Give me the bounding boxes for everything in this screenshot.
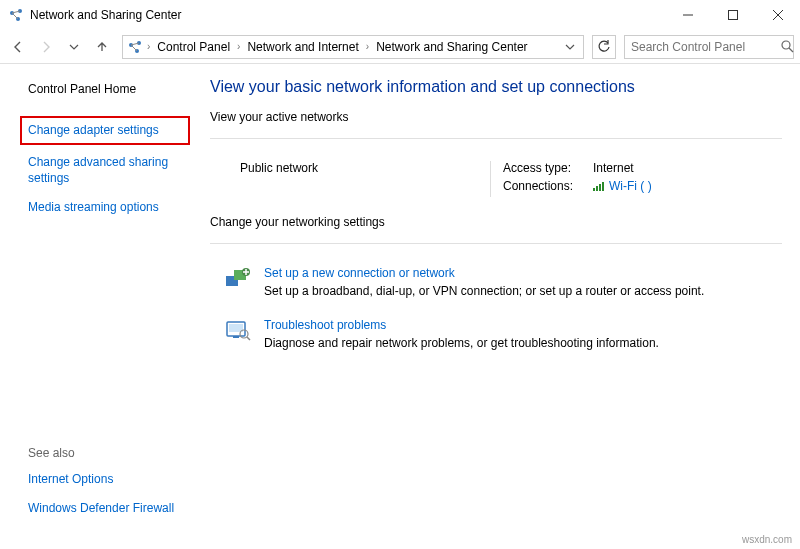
sidebar-link-change-adapter[interactable]: Change adapter settings — [20, 116, 190, 146]
chevron-right-icon[interactable]: › — [364, 41, 371, 52]
setting-desc: Diagnose and repair network problems, or… — [264, 336, 659, 350]
svg-rect-8 — [593, 188, 595, 191]
wifi-signal-icon — [593, 181, 605, 191]
setting-troubleshoot: Troubleshoot problems Diagnose and repai… — [210, 318, 782, 350]
active-networks-label: View your active networks — [210, 110, 782, 124]
svg-point-18 — [240, 330, 248, 338]
troubleshoot-icon — [224, 318, 252, 342]
address-dropdown-button[interactable] — [561, 42, 579, 52]
back-button[interactable] — [6, 35, 30, 59]
svg-rect-9 — [596, 186, 598, 191]
connections-label: Connections: — [503, 179, 585, 193]
chevron-right-icon[interactable]: › — [145, 41, 152, 52]
see-also-defender-firewall[interactable]: Windows Defender Firewall — [28, 501, 188, 517]
wifi-connection-text: Wi-Fi ( ) — [609, 179, 652, 193]
maximize-button[interactable] — [710, 0, 755, 30]
active-network-panel: Public network Access type: Internet Con… — [210, 155, 782, 215]
control-panel-home-link[interactable]: Control Panel Home — [28, 82, 188, 98]
network-name: Public network — [240, 161, 490, 175]
svg-point-7 — [782, 41, 790, 49]
sidebar-see-also: See also Internet Options Windows Defend… — [28, 446, 188, 537]
navbar: › Control Panel › Network and Internet ›… — [0, 30, 800, 64]
breadcrumb-item[interactable]: Control Panel — [154, 40, 233, 54]
refresh-button[interactable] — [592, 35, 616, 59]
network-sharing-icon — [127, 39, 143, 55]
page-heading: View your basic network information and … — [210, 78, 782, 96]
address-bar[interactable]: › Control Panel › Network and Internet ›… — [122, 35, 584, 59]
divider — [210, 243, 782, 244]
wifi-connection-link[interactable]: Wi-Fi ( ) — [593, 179, 652, 193]
watermark: wsxdn.com — [742, 534, 792, 545]
sidebar-link-advanced-sharing[interactable]: Change advanced sharing settings — [28, 155, 188, 186]
setting-new-connection: Set up a new connection or network Set u… — [210, 266, 782, 298]
sidebar-link-media-streaming[interactable]: Media streaming options — [28, 200, 188, 216]
breadcrumb-item[interactable]: Network and Internet — [244, 40, 361, 54]
network-sharing-icon — [8, 7, 24, 23]
window-title: Network and Sharing Center — [30, 8, 181, 22]
up-button[interactable] — [90, 35, 114, 59]
change-settings-label: Change your networking settings — [210, 215, 782, 229]
recent-locations-button[interactable] — [62, 35, 86, 59]
setting-desc: Set up a broadband, dial-up, or VPN conn… — [264, 284, 704, 298]
forward-button[interactable] — [34, 35, 58, 59]
access-type-value: Internet — [593, 161, 634, 175]
search-box[interactable] — [624, 35, 794, 59]
svg-rect-10 — [599, 184, 601, 191]
see-also-label: See also — [28, 446, 188, 460]
divider — [210, 138, 782, 139]
sidebar: Control Panel Home Change adapter settin… — [0, 64, 200, 549]
search-input[interactable] — [631, 40, 781, 54]
setting-title[interactable]: Troubleshoot problems — [264, 318, 659, 332]
main-content: View your basic network information and … — [200, 64, 800, 549]
svg-rect-17 — [233, 336, 239, 338]
close-button[interactable] — [755, 0, 800, 30]
svg-rect-3 — [728, 11, 737, 20]
search-icon[interactable] — [781, 40, 794, 53]
breadcrumb-item[interactable]: Network and Sharing Center — [373, 40, 530, 54]
access-type-label: Access type: — [503, 161, 585, 175]
svg-rect-11 — [602, 182, 604, 191]
chevron-right-icon[interactable]: › — [235, 41, 242, 52]
see-also-internet-options[interactable]: Internet Options — [28, 472, 188, 488]
minimize-button[interactable] — [665, 0, 710, 30]
new-connection-icon — [224, 266, 252, 290]
titlebar: Network and Sharing Center — [0, 0, 800, 30]
setting-title[interactable]: Set up a new connection or network — [264, 266, 704, 280]
